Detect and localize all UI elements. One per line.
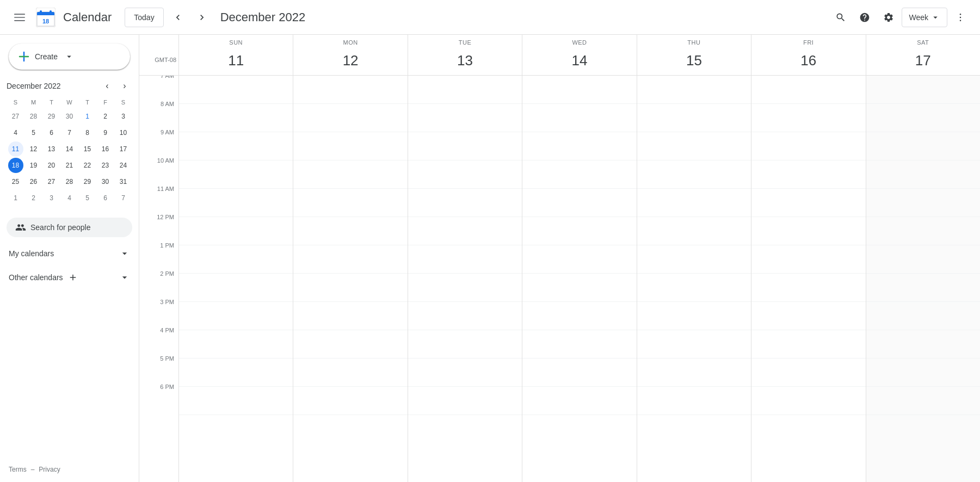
prev-period-button[interactable]: [168, 8, 188, 27]
hour-cell[interactable]: [408, 274, 522, 302]
mini-day[interactable]: 27: [44, 174, 59, 189]
settings-button[interactable]: [878, 7, 899, 28]
hour-cell[interactable]: [522, 160, 636, 189]
hour-cell[interactable]: [408, 330, 522, 359]
mini-day[interactable]: 1: [80, 109, 95, 124]
hour-cell[interactable]: [866, 217, 980, 245]
hour-cell[interactable]: [751, 104, 865, 132]
hour-cell[interactable]: [637, 330, 751, 359]
hour-cell[interactable]: [179, 274, 293, 302]
mini-day[interactable]: 1: [8, 190, 23, 206]
hour-cell[interactable]: [751, 160, 865, 189]
hour-cell[interactable]: [522, 132, 636, 160]
hour-cell[interactable]: [751, 302, 865, 330]
mini-day[interactable]: 25: [8, 174, 23, 189]
hour-cell[interactable]: [751, 132, 865, 160]
menu-button[interactable]: [9, 7, 30, 28]
mini-day[interactable]: 16: [98, 141, 113, 157]
hour-cell[interactable]: [179, 245, 293, 274]
hour-cell[interactable]: [293, 330, 407, 359]
hour-cell[interactable]: [408, 245, 522, 274]
mini-day[interactable]: 27: [8, 109, 23, 124]
hour-cell[interactable]: [522, 245, 636, 274]
hour-cell[interactable]: [637, 274, 751, 302]
help-button[interactable]: [854, 7, 876, 28]
mini-day[interactable]: 28: [26, 109, 41, 124]
hour-cell[interactable]: [637, 217, 751, 245]
mini-day[interactable]: 11: [8, 141, 23, 157]
create-button[interactable]: Create: [9, 44, 130, 70]
hour-cell[interactable]: [293, 245, 407, 274]
mini-day[interactable]: 7: [116, 190, 131, 206]
mini-day[interactable]: 7: [62, 125, 77, 140]
hour-cell[interactable]: [522, 359, 636, 387]
privacy-link[interactable]: Privacy: [39, 466, 60, 473]
hour-cell[interactable]: [637, 104, 751, 132]
hour-cell[interactable]: [179, 104, 293, 132]
hour-cell[interactable]: [637, 245, 751, 274]
mini-day-today[interactable]: 18: [8, 158, 23, 173]
mini-day[interactable]: 3: [44, 190, 59, 206]
hour-cell[interactable]: [293, 160, 407, 189]
mini-day[interactable]: 3: [116, 109, 131, 124]
hour-cell[interactable]: [751, 359, 865, 387]
mini-day[interactable]: 30: [62, 109, 77, 124]
mini-day[interactable]: 4: [8, 125, 23, 140]
hour-cell[interactable]: [179, 76, 293, 104]
hour-cell[interactable]: [408, 217, 522, 245]
my-calendars-toggle[interactable]: My calendars: [7, 246, 132, 261]
hour-cell[interactable]: [408, 302, 522, 330]
hour-cell[interactable]: [751, 274, 865, 302]
mini-day[interactable]: 30: [98, 174, 113, 189]
mini-day[interactable]: 22: [80, 158, 95, 173]
hour-cell[interactable]: [637, 359, 751, 387]
search-people-button[interactable]: Search for people: [7, 218, 132, 237]
hour-cell[interactable]: [408, 132, 522, 160]
mini-day[interactable]: 5: [26, 125, 41, 140]
terms-link[interactable]: Terms: [9, 466, 27, 473]
hour-cell[interactable]: [866, 104, 980, 132]
hour-cell[interactable]: [179, 189, 293, 217]
more-options-button[interactable]: [950, 7, 971, 28]
mini-day[interactable]: 13: [44, 141, 59, 157]
hour-cell[interactable]: [637, 189, 751, 217]
hour-cell[interactable]: [866, 274, 980, 302]
mini-day[interactable]: 6: [44, 125, 59, 140]
hour-cell[interactable]: [293, 132, 407, 160]
hour-cell[interactable]: [293, 387, 407, 415]
mini-day[interactable]: 29: [44, 109, 59, 124]
hour-cell[interactable]: [751, 76, 865, 104]
mini-day[interactable]: 15: [80, 141, 95, 157]
hour-cell[interactable]: [408, 189, 522, 217]
hour-cell[interactable]: [866, 76, 980, 104]
mini-day[interactable]: 17: [116, 141, 131, 157]
hour-cell[interactable]: [522, 302, 636, 330]
other-calendars-toggle[interactable]: Other calendars: [7, 268, 132, 287]
mini-day[interactable]: 5: [80, 190, 95, 206]
hour-cell[interactable]: [179, 302, 293, 330]
today-button[interactable]: Today: [125, 8, 163, 27]
mini-prev-button[interactable]: ‹: [100, 78, 115, 94]
hour-cell[interactable]: [751, 189, 865, 217]
hour-cell[interactable]: [293, 104, 407, 132]
hour-cell[interactable]: [522, 189, 636, 217]
hour-cell[interactable]: [751, 387, 865, 415]
mini-day[interactable]: 8: [80, 125, 95, 140]
search-button[interactable]: [830, 7, 852, 28]
mini-day[interactable]: 26: [26, 174, 41, 189]
mini-day[interactable]: 14: [62, 141, 77, 157]
add-other-calendar-button[interactable]: [65, 270, 81, 285]
hour-cell[interactable]: [522, 274, 636, 302]
hour-cell[interactable]: [866, 302, 980, 330]
view-selector-button[interactable]: Week: [902, 8, 947, 27]
mini-day[interactable]: 20: [44, 158, 59, 173]
hour-cell[interactable]: [522, 330, 636, 359]
mini-day[interactable]: 4: [62, 190, 77, 206]
mini-day[interactable]: 10: [116, 125, 131, 140]
hour-cell[interactable]: [179, 217, 293, 245]
hour-cell[interactable]: [866, 330, 980, 359]
hour-cell[interactable]: [408, 160, 522, 189]
hour-cell[interactable]: [293, 189, 407, 217]
mini-day[interactable]: 31: [116, 174, 131, 189]
hour-cell[interactable]: [408, 387, 522, 415]
